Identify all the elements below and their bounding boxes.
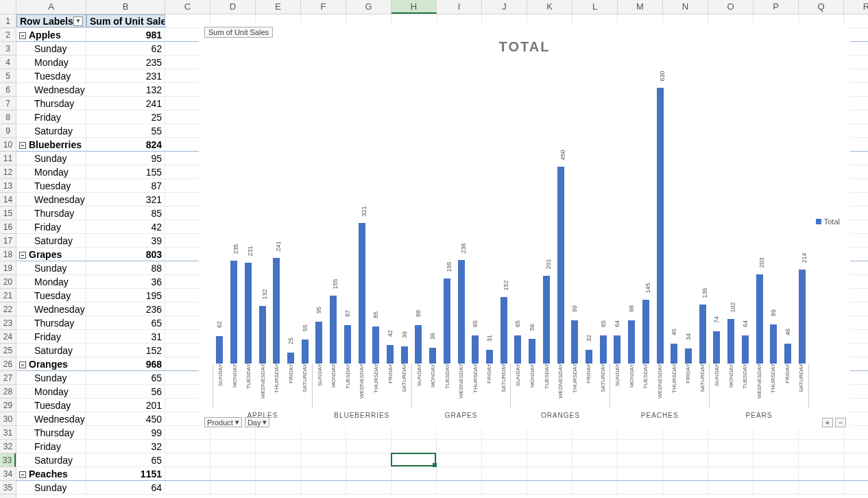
row-header-27[interactable]: 27: [0, 371, 16, 385]
pivot-chart[interactable]: Sum of Unit Sales TOTAL 6223523113224125…: [199, 24, 850, 429]
row-header-6[interactable]: 6: [0, 83, 16, 97]
row-header-14[interactable]: 14: [0, 193, 16, 206]
row-header-9[interactable]: 9: [0, 124, 16, 138]
zoom-in-button[interactable]: +: [822, 418, 833, 427]
column-header-M[interactable]: M: [618, 0, 663, 14]
row-header-1[interactable]: 1: [0, 14, 16, 28]
row-header-26[interactable]: 26: [0, 357, 16, 371]
column-header-I[interactable]: I: [437, 0, 482, 14]
bar-value-label: 42: [387, 330, 394, 337]
pivot-day-value: 36: [86, 275, 165, 288]
x-tick-day: FRIDAY: [284, 364, 298, 408]
filter-dropdown-icon[interactable]: ▼: [73, 16, 83, 26]
bar-slot: 56: [525, 79, 540, 364]
bar: 201: [543, 276, 550, 364]
chart-filter-day[interactable]: Day▾: [245, 417, 270, 427]
x-tick-day: TUESDAY: [540, 364, 554, 408]
row-header-3[interactable]: 3: [0, 42, 16, 56]
pivot-day-label: Tuesday: [16, 289, 86, 302]
column-header-Q[interactable]: Q: [799, 0, 844, 14]
row-header-22[interactable]: 22: [0, 303, 16, 316]
column-header-R[interactable]: R: [844, 0, 868, 14]
column-header-H[interactable]: H: [391, 0, 437, 14]
row-header-24[interactable]: 24: [0, 330, 16, 344]
row-header-11[interactable]: 11: [0, 152, 16, 165]
pivot-day-value: 231: [86, 69, 165, 82]
column-header-E[interactable]: E: [256, 0, 301, 14]
pivot-day-label: Saturday: [16, 344, 86, 357]
row-header-30[interactable]: 30: [0, 412, 16, 426]
pivot-group-oranges[interactable]: −Oranges: [16, 357, 86, 370]
row-header-28[interactable]: 28: [0, 385, 16, 399]
x-group-apples: SUNDAYMONDAYTUESDAYWEDNESDAYTHURSDAYFRID…: [213, 364, 312, 408]
row-header-29[interactable]: 29: [0, 399, 16, 412]
bar-slot: 241: [269, 79, 284, 364]
pivot-day-value: 95: [86, 152, 165, 165]
select-all-cell[interactable]: [0, 0, 16, 14]
pivot-row-labels-header[interactable]: Row Labels▼: [16, 14, 86, 27]
column-header-D[interactable]: D: [210, 0, 256, 14]
zoom-out-button[interactable]: −: [835, 418, 846, 427]
row-header-10[interactable]: 10: [0, 138, 16, 152]
bar: 65: [514, 335, 521, 364]
column-header-P[interactable]: P: [754, 0, 799, 14]
row-header-15[interactable]: 15: [0, 206, 16, 220]
row-header-17[interactable]: 17: [0, 234, 16, 248]
row-header-4[interactable]: 4: [0, 56, 16, 69]
row-header-35[interactable]: 35: [0, 481, 16, 495]
bar-value-label: 74: [713, 316, 720, 323]
row-header-13[interactable]: 13: [0, 179, 16, 193]
row-header-23[interactable]: 23: [0, 316, 16, 330]
row-header-34[interactable]: 34: [0, 467, 16, 481]
bar-value-label: 62: [216, 321, 223, 328]
column-header-O[interactable]: O: [708, 0, 754, 14]
bar: 32: [586, 350, 592, 364]
pivot-group-peaches[interactable]: −Peaches: [16, 467, 86, 480]
column-header-K[interactable]: K: [527, 0, 572, 14]
bar-value-label: 235: [232, 244, 239, 254]
row-header-2[interactable]: 2: [0, 28, 16, 42]
row-header-16[interactable]: 16: [0, 220, 16, 234]
row-header-7[interactable]: 7: [0, 97, 16, 110]
collapse-toggle-icon[interactable]: −: [19, 361, 26, 368]
pivot-group-blueberries[interactable]: −Blueberries: [16, 138, 86, 151]
chart-field-badge[interactable]: Sum of Unit Sales: [204, 27, 273, 38]
pivot-group-apples[interactable]: −Apples: [16, 28, 86, 41]
bar-slot: 201: [539, 79, 553, 364]
column-header-C[interactable]: C: [165, 0, 210, 14]
column-header-J[interactable]: J: [482, 0, 527, 14]
x-category-label: GRAPES: [412, 412, 511, 419]
pivot-values-header: Sum of Unit Sales: [86, 14, 165, 27]
column-header-L[interactable]: L: [572, 0, 618, 14]
row-header-19[interactable]: 19: [0, 261, 16, 275]
x-tick-day: WEDNESDAY: [354, 364, 369, 408]
column-header-N[interactable]: N: [663, 0, 708, 14]
row-header-20[interactable]: 20: [0, 275, 16, 289]
row-header-12[interactable]: 12: [0, 165, 16, 179]
pivot-group-grapes[interactable]: −Grapes: [16, 248, 86, 261]
x-tick-day: THURSDAY: [766, 364, 780, 408]
row-header-18[interactable]: 18: [0, 248, 16, 261]
row-header-25[interactable]: 25: [0, 344, 16, 357]
bar: 85: [372, 327, 379, 364]
chart-filter-product[interactable]: Product▾: [204, 417, 242, 427]
row-header-31[interactable]: 31: [0, 426, 16, 440]
row-header-32[interactable]: 32: [0, 440, 16, 453]
column-header-G[interactable]: G: [346, 0, 391, 14]
collapse-toggle-icon[interactable]: −: [19, 142, 26, 149]
bar-value-label: 56: [529, 324, 535, 331]
row-header-33[interactable]: 33: [0, 453, 16, 467]
column-header-B[interactable]: B: [86, 0, 165, 14]
collapse-toggle-icon[interactable]: −: [19, 471, 26, 478]
column-header-F[interactable]: F: [301, 0, 346, 14]
collapse-toggle-icon[interactable]: −: [19, 32, 26, 39]
row-header-8[interactable]: 8: [0, 110, 16, 124]
row-header-5[interactable]: 5: [0, 69, 16, 83]
pivot-group-total: 981: [86, 28, 165, 41]
row-header-21[interactable]: 21: [0, 289, 16, 303]
bar-slot: 203: [752, 79, 767, 364]
pivot-day-label: Sunday: [16, 261, 86, 274]
bar: 450: [557, 167, 564, 364]
column-header-A[interactable]: A: [16, 0, 86, 14]
collapse-toggle-icon[interactable]: −: [19, 252, 26, 259]
